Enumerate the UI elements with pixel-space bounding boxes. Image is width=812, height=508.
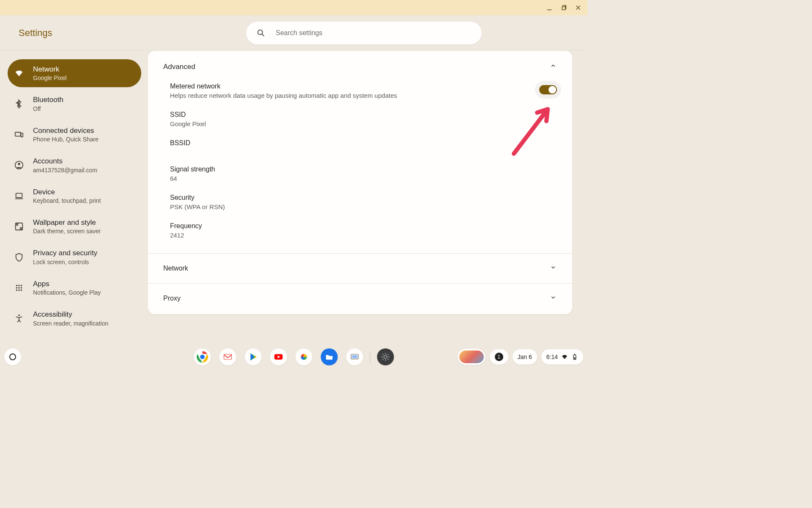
screenshot-icon[interactable] <box>346 348 363 365</box>
youtube-icon[interactable] <box>270 348 287 365</box>
date-pill[interactable]: Jan 6 <box>513 349 537 364</box>
proxy-section-label: Proxy <box>163 295 181 302</box>
sidebar-item-connected-devices[interactable]: Connected devices Phone Hub, Quick Share <box>8 121 141 149</box>
notif-count: 1 <box>495 353 503 361</box>
laptop-icon <box>14 191 24 201</box>
svg-point-8 <box>18 285 20 287</box>
notifications-pill[interactable]: 1 <box>490 349 508 364</box>
sidebar-item-label: Network <box>33 65 66 74</box>
network-section-header[interactable]: Network <box>148 253 572 283</box>
sidebar-item-privacy[interactable]: Privacy and security Lock screen, contro… <box>8 243 141 271</box>
files-icon[interactable] <box>321 348 337 365</box>
sidebar-item-apps[interactable]: Apps Notifications, Google Play <box>8 274 141 302</box>
svg-point-11 <box>18 287 20 289</box>
ssid-value: Google Pixel <box>170 120 557 127</box>
devices-icon <box>14 130 24 139</box>
sidebar-item-sub: Screen reader, magnification <box>33 320 108 327</box>
ssid-row: SSID Google Pixel <box>170 107 557 135</box>
svg-point-0 <box>258 30 263 34</box>
settings-app-icon[interactable] <box>377 348 394 365</box>
svg-rect-21 <box>224 354 231 359</box>
play-store-icon[interactable] <box>244 348 261 365</box>
photos-icon[interactable] <box>295 348 312 365</box>
sidebar-item-label: Bluetooth <box>33 96 63 104</box>
launcher-button[interactable] <box>4 348 21 365</box>
shelf-separator <box>370 351 370 363</box>
minimize-button[interactable] <box>545 3 554 12</box>
time-text: 6:14 <box>546 353 558 360</box>
proxy-section-header[interactable]: Proxy <box>148 283 572 313</box>
svg-point-13 <box>16 290 18 291</box>
svg-rect-1 <box>15 132 21 136</box>
accessibility-icon <box>14 314 24 323</box>
svg-point-14 <box>18 290 20 291</box>
sidebar-item-wallpaper[interactable]: Wallpaper and style Dark theme, screen s… <box>8 213 141 240</box>
sidebar-item-sub: Keyboard, touchpad, print <box>33 197 101 204</box>
restore-button[interactable] <box>560 3 568 12</box>
wallpaper-icon <box>14 222 24 231</box>
sidebar-item-network[interactable]: Network Google Pixel <box>8 59 141 87</box>
sidebar-item-sub: Lock screen, controls <box>33 259 97 265</box>
wifi-icon <box>14 69 24 78</box>
svg-rect-5 <box>16 193 22 197</box>
close-button[interactable] <box>574 3 582 12</box>
sidebar-item-label: Connected devices <box>33 127 99 135</box>
search-box[interactable] <box>246 22 482 44</box>
gmail-icon[interactable] <box>219 348 236 365</box>
svg-point-4 <box>18 163 20 166</box>
search-input[interactable] <box>276 29 472 37</box>
sidebar-item-sub: am4137528@gmail.com <box>33 167 97 174</box>
advanced-section-header[interactable]: Advanced <box>148 51 572 78</box>
frequency-label: Frequency <box>170 222 557 230</box>
svg-point-9 <box>21 285 22 287</box>
sidebar-item-label: Wallpaper and style <box>33 218 101 227</box>
minimize-icon <box>546 4 553 11</box>
advanced-panel: Advanced Metered network Helps reduce ne… <box>148 51 572 314</box>
apps-icon <box>14 283 24 293</box>
restore-icon <box>560 4 568 11</box>
metered-toggle[interactable] <box>539 85 557 94</box>
bluetooth-icon <box>14 99 24 109</box>
security-row: Security PSK (WPA or RSN) <box>170 190 557 218</box>
chevron-down-icon <box>549 294 557 303</box>
sidebar-item-device[interactable]: Device Keyboard, touchpad, print <box>8 182 141 210</box>
shelf: 1 Jan 6 6:14 <box>0 346 587 367</box>
status-pill[interactable]: 6:14 <box>541 349 583 364</box>
metered-network-row: Metered network Helps reduce network dat… <box>170 78 557 107</box>
security-value: PSK (WPA or RSN) <box>170 203 557 210</box>
bssid-label: BSSID <box>170 139 557 147</box>
sidebar: Network Google Pixel Bluetooth Off Conne… <box>0 51 148 346</box>
sidebar-item-sub: Notifications, Google Play <box>33 289 101 296</box>
holding-space[interactable] <box>458 349 486 365</box>
svg-point-16 <box>18 315 20 316</box>
sidebar-item-bluetooth[interactable]: Bluetooth Off <box>8 90 141 118</box>
sidebar-item-label: Apps <box>33 280 101 288</box>
sidebar-item-label: Accounts <box>33 157 97 166</box>
svg-rect-24 <box>352 355 357 358</box>
signal-label: Signal strength <box>170 166 557 173</box>
metered-desc: Helps reduce network data usage by pausi… <box>170 92 397 99</box>
system-tray: 1 Jan 6 6:14 <box>458 349 584 365</box>
svg-rect-2 <box>21 133 23 137</box>
wifi-status-icon <box>561 353 568 360</box>
svg-point-15 <box>21 290 22 291</box>
svg-point-10 <box>16 287 18 289</box>
app-title: Settings <box>19 28 52 39</box>
svg-point-25 <box>384 355 387 358</box>
sidebar-item-accounts[interactable]: Accounts am4137528@gmail.com <box>8 151 141 179</box>
launcher-icon <box>9 353 16 360</box>
svg-point-7 <box>16 285 18 287</box>
svg-rect-28 <box>574 357 576 359</box>
sidebar-item-label: Privacy and security <box>33 249 97 257</box>
sidebar-item-accessibility[interactable]: Accessibility Screen reader, magnificati… <box>8 304 141 332</box>
window-titlebar <box>0 0 587 15</box>
bssid-row: BSSID <box>170 135 557 161</box>
svg-rect-27 <box>574 354 576 355</box>
chrome-icon[interactable] <box>194 348 211 365</box>
advanced-label: Advanced <box>163 63 195 71</box>
date-text: Jan 6 <box>518 353 532 360</box>
chevron-down-icon <box>549 264 557 273</box>
sidebar-item-sub: Google Pixel <box>33 75 66 81</box>
sidebar-item-label: Device <box>33 188 101 196</box>
svg-point-19 <box>200 355 205 359</box>
